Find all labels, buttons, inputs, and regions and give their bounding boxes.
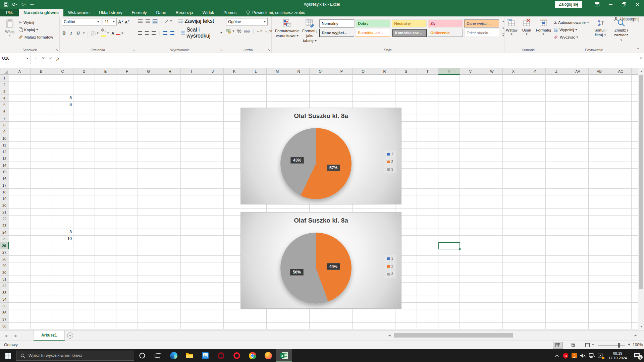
start-button[interactable] [0,349,16,362]
opera-icon[interactable] [229,349,245,362]
align-center-icon[interactable] [145,31,149,35]
gdata-antivirus-icon[interactable]: G [563,353,569,359]
row-header-19[interactable]: 19 [0,195,9,202]
row-header-8[interactable]: 8 [0,122,9,128]
sign-in-button[interactable]: Zaloguj się [555,1,582,8]
row-header-22[interactable]: 22 [0,216,9,222]
cancel-entry-icon[interactable]: ✕ [42,56,45,61]
column-header-H[interactable]: H [159,68,181,75]
italic-button[interactable]: I [69,31,73,36]
font-dialog-launcher[interactable]: ↘ [132,49,135,52]
ribbon-tab-wstawianie[interactable]: Wstawianie [63,9,94,16]
legend-item-3[interactable]: 3 [387,168,393,171]
increase-decimal-button[interactable]: ←,0 [257,29,262,33]
row-header-21[interactable]: 21 [0,209,9,216]
row-header-5[interactable]: 5 [0,102,9,108]
network-icon[interactable] [589,353,595,359]
accounting-format-button[interactable] [226,29,234,34]
row-header-16[interactable]: 16 [0,175,9,182]
row-header-36[interactable]: 36 [0,309,9,316]
ribbon-tab-recenzja[interactable]: Recenzja [171,9,198,16]
legend-item-3[interactable]: 3 [387,272,393,276]
volume-muted-icon[interactable] [580,353,586,359]
excel-taskbar-icon[interactable]: X [276,349,292,362]
enter-entry-icon[interactable]: ✓ [49,56,52,61]
row-header-4[interactable]: 4 [0,95,9,102]
column-header-I[interactable]: I [181,68,202,75]
row-header-32[interactable]: 32 [0,283,9,289]
fill-handle[interactable] [459,248,461,250]
minimize-button[interactable] [604,0,617,9]
wrap-text-button[interactable]: Zawijaj tekst [178,18,214,24]
row-header-28[interactable]: 28 [0,256,9,262]
column-header-AB[interactable]: AB [589,68,610,75]
redo-icon[interactable]: ↻ [21,2,27,7]
photos-icon[interactable] [197,349,213,362]
orientation-button[interactable] [165,19,172,23]
customize-qat-icon[interactable]: ═ [30,3,35,6]
format-cells-button[interactable]: Formatuj [535,18,552,47]
row-header-34[interactable]: 34 [0,296,9,303]
zoom-in-button[interactable]: + [628,342,630,347]
edge-icon[interactable] [166,349,181,362]
ribbon-display-options-icon[interactable] [590,0,604,9]
row-header-26[interactable]: 26 [0,242,9,249]
comma-style-button[interactable]: 000 [244,29,250,33]
java-icon[interactable] [572,353,577,359]
grow-font-icon[interactable]: A▲ [118,19,123,24]
column-header-W[interactable]: W [481,68,503,75]
formula-input[interactable] [63,53,638,64]
column-header-M[interactable]: M [267,68,288,75]
row-header-18[interactable]: 18 [0,189,9,195]
column-header-O[interactable]: O [310,68,331,75]
column-header-G[interactable]: G [138,68,159,75]
expand-formula-bar-icon[interactable]: ▼ [638,53,644,64]
chrome-icon[interactable] [245,349,260,362]
shrink-font-icon[interactable]: A▼ [125,20,130,24]
row-header-11[interactable]: 11 [0,142,9,148]
page-break-view-button[interactable] [582,342,592,349]
copy-button[interactable]: Kopiuj [19,26,53,33]
number-format-select[interactable]: Ogólne [226,18,268,25]
save-icon[interactable] [4,2,8,7]
column-header-Y[interactable]: Y [524,68,546,75]
column-header-AC[interactable]: AC [610,68,632,75]
cell-style-linked[interactable]: Komórka poł... [356,29,390,37]
horizontal-scrollbar[interactable] [392,333,632,338]
row-header-35[interactable]: 35 [0,303,9,309]
zoom-slider-track[interactable] [598,345,625,346]
zoom-out-button[interactable]: − [592,342,594,347]
decrease-indent-icon[interactable] [163,31,167,35]
column-header-C[interactable]: C [52,68,73,75]
file-explorer-icon[interactable] [181,349,197,362]
cell-style-calc[interactable]: Obliczenia [428,29,463,37]
ribbon-tab-narzędzia-główne[interactable]: Narzędzia główne [19,9,63,16]
column-header-F[interactable]: F [116,68,138,75]
firefox-icon[interactable] [260,349,276,362]
row-header-20[interactable]: 20 [0,202,9,209]
column-header-U[interactable]: U [438,68,460,75]
underline-caret[interactable] [83,33,85,34]
ribbon-tab-pomoc[interactable]: Pomoc [219,9,241,16]
underline-button[interactable]: U [76,31,80,36]
row-header-33[interactable]: 33 [0,289,9,296]
insert-cells-button[interactable]: Wstaw [504,18,519,47]
close-button[interactable] [631,0,644,9]
pie-plot[interactable] [280,128,352,199]
scroll-up-icon[interactable]: ▲ [638,68,644,74]
column-header-X[interactable]: X [503,68,524,75]
row-header-27[interactable]: 27 [0,249,9,256]
align-top-icon[interactable] [138,19,143,23]
alignment-dialog-launcher[interactable]: ↘ [220,49,223,52]
column-header-Z[interactable]: Z [546,68,567,75]
ribbon-tab-układ-strony[interactable]: Układ strony [94,9,127,16]
page-layout-view-button[interactable] [568,342,578,349]
row-header-6[interactable]: 6 [0,108,9,115]
name-box[interactable]: U26 [0,53,31,64]
cell-style-bad[interactable]: Zły [428,19,463,27]
fill-color-button[interactable] [101,28,109,38]
align-left-icon[interactable] [138,31,142,35]
format-painter-button[interactable]: Malarz formatów [19,34,53,41]
column-header-Q[interactable]: Q [353,68,374,75]
decrease-decimal-button[interactable]: →,00 [265,29,272,33]
